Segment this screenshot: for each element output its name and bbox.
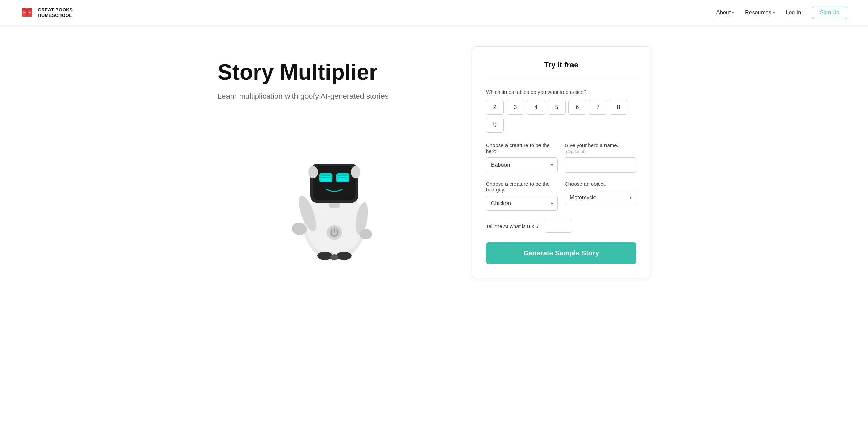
- object-select-wrapper: MotorcycleBicycleBookBroomCakeCarChairHa…: [565, 190, 636, 205]
- times-table-label: Which times tables do you want to practi…: [486, 89, 636, 95]
- svg-rect-0: [22, 9, 27, 17]
- bad-guy-select-wrapper: ChickenBearCatCrocodileDogDragonFoxLionS…: [486, 196, 558, 211]
- robot-svg: [276, 116, 393, 260]
- hero-row: Choose a creature to be the hero. Baboon…: [486, 142, 636, 173]
- math-label: Tell the AI what is 8 x 5:: [486, 223, 540, 229]
- hero-creature-label: Choose a creature to be the hero.: [486, 142, 558, 154]
- times-table-btn-3[interactable]: 3: [507, 100, 524, 115]
- svg-rect-4: [26, 9, 28, 17]
- navbar: GREAT BOOKS HOMESCHOOL About ▾ Resources…: [0, 0, 868, 26]
- logo-icon: [21, 6, 34, 19]
- times-table-btn-8[interactable]: 8: [610, 100, 627, 115]
- times-table-btn-6[interactable]: 6: [568, 100, 586, 115]
- hero-name-input[interactable]: [565, 157, 636, 173]
- bad-guy-col: Choose a creature to be the bad guy. Chi…: [486, 181, 558, 211]
- nav-resources[interactable]: Resources ▾: [745, 10, 775, 16]
- nav-links: About ▾ Resources ▾ Log In Sign Up: [716, 7, 847, 19]
- hero-creature-select[interactable]: BaboonCatDogDragonEagleFoxFrogLionOwlPen…: [486, 157, 558, 172]
- logo[interactable]: GREAT BOOKS HOMESCHOOL: [21, 6, 73, 19]
- svg-point-28: [317, 252, 332, 260]
- math-row: Tell the AI what is 8 x 5:: [486, 219, 636, 233]
- story-form-card: Try it free Which times tables do you wa…: [472, 46, 650, 278]
- left-panel: Story Multiplier Learn multiplication wi…: [218, 46, 451, 260]
- svg-point-13: [351, 166, 360, 178]
- page-title: Story Multiplier: [218, 60, 451, 84]
- bad-guy-select[interactable]: ChickenBearCatCrocodileDogDragonFoxLionS…: [486, 196, 558, 211]
- svg-point-30: [330, 254, 338, 260]
- robot-illustration: [218, 116, 451, 260]
- generate-story-button[interactable]: Generate Sample Story: [486, 242, 636, 264]
- times-table-btn-5[interactable]: 5: [548, 100, 566, 115]
- svg-rect-1: [27, 9, 32, 17]
- chevron-down-icon: ▾: [732, 11, 734, 15]
- bad-guy-label: Choose a creature to be the bad guy.: [486, 181, 558, 193]
- times-table-btn-7[interactable]: 7: [589, 100, 607, 115]
- main-content: Story Multiplier Learn multiplication wi…: [193, 26, 675, 306]
- divider: [486, 79, 636, 79]
- svg-point-29: [336, 252, 352, 260]
- logo-text: GREAT BOOKS HOMESCHOOL: [38, 7, 73, 18]
- times-table-btn-2[interactable]: 2: [486, 100, 504, 115]
- svg-point-27: [360, 229, 372, 239]
- svg-rect-11: [313, 166, 356, 200]
- optional-label: (Optional): [566, 149, 586, 154]
- nav-login[interactable]: Log In: [786, 10, 801, 16]
- svg-rect-3: [27, 8, 32, 10]
- math-answer-input[interactable]: [545, 219, 572, 233]
- hero-name-col: Give your hero a name. (Optional): [565, 142, 636, 173]
- object-select[interactable]: MotorcycleBicycleBookBroomCakeCarChairHa…: [565, 190, 636, 205]
- times-table-buttons: 23456789: [486, 100, 636, 133]
- object-col: Choose an object. MotorcycleBicycleBookB…: [565, 181, 636, 211]
- nav-about[interactable]: About ▾: [716, 10, 734, 16]
- hero-creature-col: Choose a creature to be the hero. Baboon…: [486, 142, 558, 173]
- chevron-down-icon: ▾: [773, 11, 775, 15]
- object-label: Choose an object.: [565, 181, 636, 187]
- hero-select-wrapper: BaboonCatDogDragonEagleFoxFrogLionOwlPen…: [486, 157, 558, 172]
- hero-subtitle: Learn multiplication with goofy AI-gener…: [218, 91, 451, 102]
- times-table-btn-4[interactable]: 4: [527, 100, 545, 115]
- hero-name-label: Give your hero a name. (Optional): [565, 142, 636, 154]
- svg-point-12: [308, 166, 318, 178]
- nav-signup-button[interactable]: Sign Up: [812, 7, 847, 19]
- times-table-btn-9[interactable]: 9: [486, 118, 504, 133]
- card-title: Try it free: [486, 61, 636, 69]
- badguy-row: Choose a creature to be the bad guy. Chi…: [486, 181, 636, 211]
- svg-rect-2: [22, 8, 27, 10]
